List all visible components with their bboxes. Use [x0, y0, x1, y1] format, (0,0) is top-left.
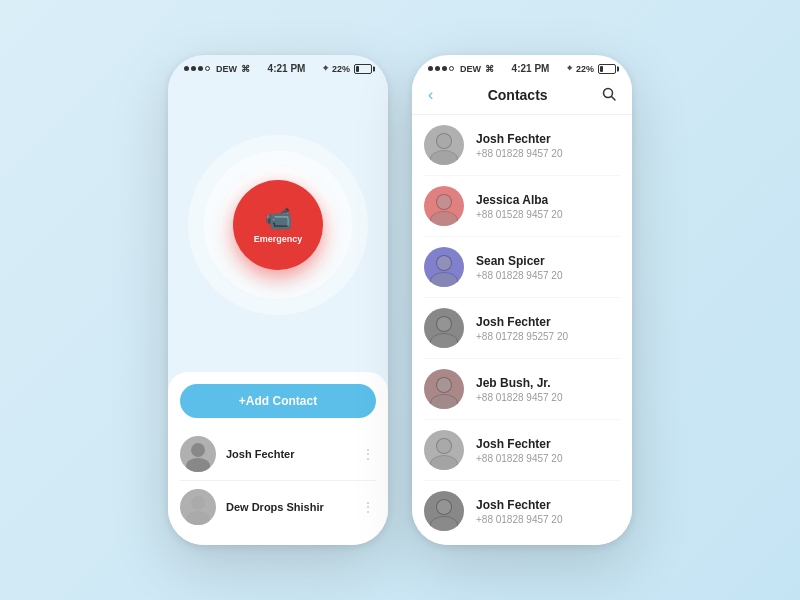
avatar [424, 430, 464, 470]
svg-point-32 [437, 500, 451, 514]
contacts-title: Contacts [488, 87, 548, 103]
svg-line-5 [611, 96, 615, 100]
contact-row-phone: +88 01828 9457 20 [476, 148, 620, 159]
contact-row-info: Josh Fechter +88 01828 9457 20 [476, 437, 620, 464]
search-icon [602, 87, 616, 101]
left-phone-body: 📹 Emergency +Add Contact Josh Fechter ⋮ [168, 78, 388, 545]
contact-row-phone: +88 01728 95257 20 [476, 331, 620, 342]
contact-row-info: Jessica Alba +88 01528 9457 20 [476, 193, 620, 220]
bluetooth-icon: ⌖ [323, 63, 328, 74]
contact-row: Josh Fechter +88 01828 9457 20 [424, 481, 620, 541]
avatar-svg [424, 308, 464, 348]
dot1 [428, 66, 433, 71]
more-icon[interactable]: ⋮ [361, 499, 376, 515]
avatar [180, 436, 216, 472]
avatar-svg [424, 430, 464, 470]
battery-pct-right: 22% [576, 64, 594, 74]
ripple-container: 📹 Emergency [188, 135, 368, 315]
contact-info: Josh Fechter [226, 448, 361, 460]
dot2 [191, 66, 196, 71]
svg-point-3 [186, 511, 210, 525]
contact-row-info: Sean Spicer +88 01828 9457 20 [476, 254, 620, 281]
svg-point-12 [437, 195, 451, 209]
contact-row: Jeb Bush, Jr. +88 01828 9457 20 [424, 359, 620, 420]
contact-row-info: Josh Fechter +88 01728 95257 20 [476, 315, 620, 342]
back-button[interactable]: ‹ [428, 86, 433, 104]
battery-fill-left [356, 66, 359, 72]
contacts-header: ‹ Contacts [412, 78, 632, 115]
svg-point-2 [191, 496, 205, 510]
right-phone: DEW ⌘ 4:21 PM ⌖ 22% ‹ Contacts [412, 55, 632, 545]
status-right-left: ⌖ 22% [323, 63, 372, 74]
carrier-right: DEW [460, 64, 481, 74]
svg-point-24 [437, 378, 451, 392]
contact-row-name: Josh Fechter [476, 132, 620, 146]
more-icon[interactable]: ⋮ [361, 446, 376, 462]
status-right-right: ⌖ 22% [567, 63, 616, 74]
svg-point-1 [186, 458, 210, 472]
battery-icon-left [354, 64, 372, 74]
left-phone: DEW ⌘ 4:21 PM ⌖ 22% 📹 Emergency [168, 55, 388, 545]
contact-bottom: +Add Contact Josh Fechter ⋮ Dew Drops Sh… [168, 372, 388, 545]
emergency-button[interactable]: 📹 Emergency [233, 180, 323, 270]
svg-point-0 [191, 443, 205, 457]
contacts-list: Josh Fechter +88 01828 9457 20 Jessica A… [412, 115, 632, 545]
avatar [180, 489, 216, 525]
emergency-label: Emergency [254, 234, 303, 244]
contact-row-name: Josh Fechter [476, 315, 620, 329]
add-contact-button[interactable]: +Add Contact [180, 384, 376, 418]
contact-row-phone: +88 01828 9457 20 [476, 392, 620, 403]
contact-row: Sean Spicer +88 01828 9457 20 [424, 237, 620, 298]
contact-name: Josh Fechter [226, 448, 361, 460]
wifi-icon-right: ⌘ [485, 64, 494, 74]
contact-row-info: Jeb Bush, Jr. +88 01828 9457 20 [476, 376, 620, 403]
carrier-left: DEW [216, 64, 237, 74]
dot4 [205, 66, 210, 71]
emergency-area: 📹 Emergency [168, 78, 388, 372]
status-bar-right: DEW ⌘ 4:21 PM ⌖ 22% [412, 55, 632, 78]
contact-row-name: Josh Fechter [476, 498, 620, 512]
dot3 [198, 66, 203, 71]
list-item: Dew Drops Shishir ⋮ [180, 481, 376, 533]
avatar [424, 369, 464, 409]
contact-row-name: Sean Spicer [476, 254, 620, 268]
status-left-right: DEW ⌘ [428, 64, 494, 74]
avatar-svg [424, 186, 464, 226]
time-right: 4:21 PM [512, 63, 550, 74]
battery-pct-left: 22% [332, 64, 350, 74]
dot1 [184, 66, 189, 71]
dot2 [435, 66, 440, 71]
contact-row-name: Jeb Bush, Jr. [476, 376, 620, 390]
list-item: Josh Fechter ⋮ [180, 428, 376, 481]
avatar-svg [424, 247, 464, 287]
contact-row: Jessica Alba +88 01528 9457 20 [424, 176, 620, 237]
dot4 [449, 66, 454, 71]
svg-point-8 [437, 134, 451, 148]
avatar [424, 125, 464, 165]
signal-dots [184, 66, 210, 71]
contact-row-phone: +88 01828 9457 20 [476, 270, 620, 281]
status-left: DEW ⌘ [184, 64, 250, 74]
avatar-svg [424, 491, 464, 531]
contact-row-info: Josh Fechter +88 01828 9457 20 [476, 498, 620, 525]
bluetooth-icon-right: ⌖ [567, 63, 572, 74]
signal-dots-right [428, 66, 454, 71]
avatar-svg [424, 125, 464, 165]
avatar [424, 491, 464, 531]
avatar [424, 186, 464, 226]
phone-icon: 📹 [265, 206, 292, 232]
contact-name: Dew Drops Shishir [226, 501, 361, 513]
svg-point-28 [437, 439, 451, 453]
time-left: 4:21 PM [268, 63, 306, 74]
battery-fill-right [600, 66, 603, 72]
search-button[interactable] [602, 87, 616, 104]
avatar-svg [424, 369, 464, 409]
avatar [424, 308, 464, 348]
svg-point-16 [437, 256, 451, 270]
contact-row-phone: +88 01828 9457 20 [476, 453, 620, 464]
contact-row-phone: +88 01828 9457 20 [476, 514, 620, 525]
avatar [424, 247, 464, 287]
contact-row-name: Josh Fechter [476, 437, 620, 451]
svg-point-20 [437, 317, 451, 331]
status-bar-left: DEW ⌘ 4:21 PM ⌖ 22% [168, 55, 388, 78]
